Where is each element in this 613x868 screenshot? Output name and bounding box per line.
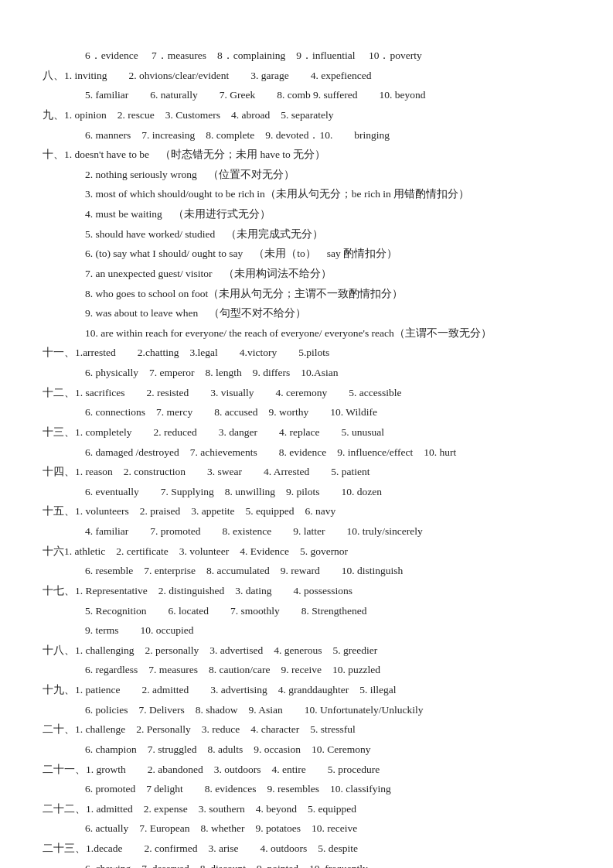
line: 6. policies 7. Delivers 8. shadow 9. Asi… (43, 701, 570, 719)
line: 5. familiar 6. naturally 7. Greek 8. com… (43, 86, 570, 104)
line: 二十、1. challenge 2. Personally 3. reduce … (43, 720, 570, 739)
line: 十八、1. challenging 2. personally 3. adver… (43, 641, 570, 660)
line: 4. familiar 7. promoted 8. existence 9. … (43, 522, 570, 541)
line: 6. resemble 7. enterprise 8. accumulated… (43, 562, 570, 580)
line: 十二、1. sacrifices 2. resisted 3. visually… (43, 384, 570, 402)
line: 十七、1. Representative 2. distinguished 3.… (43, 582, 570, 600)
line: 九、1. opinion 2. rescue 3. Customers 4. a… (43, 106, 570, 125)
line: 9. terms 10. occupied (43, 621, 570, 640)
line: 二十二、1. admitted 2. expense 3. southern 4… (43, 800, 570, 818)
line: 二十一、1. growth 2. abandoned 3. outdoors 4… (43, 760, 570, 779)
line: 十九、1. patience 2. admitted 3. advertisin… (43, 681, 570, 699)
line: 十、1. doesn't have to be （时态错无分；未用 have t… (43, 145, 570, 164)
line: 6. physically 7. emperor 8. length 9. di… (43, 364, 570, 382)
line: 6. damaged /destroyed 7. achievements 8.… (43, 443, 570, 462)
line: 9. was about to leave when （句型不对不给分） (43, 304, 570, 323)
line: 8. who goes to school on foot（未用从句无分；主谓不… (43, 285, 570, 303)
line: 6. manners 7. increasing 8. complete 9. … (43, 126, 570, 145)
line: 6. promoted 7 delight 8. evidences 9. re… (43, 780, 570, 798)
line: 6．evidence 7．measures 8．complaining 9．in… (43, 46, 570, 65)
line: 十五、1. volunteers 2. praised 3. appetite … (43, 502, 570, 521)
line: 6. actually 7. European 8. whether 9. po… (43, 819, 570, 838)
line: 6. (to) say what I should/ ought to say … (43, 244, 570, 263)
line: 十六1. athletic 2. certificate 3. voluntee… (43, 542, 570, 561)
main-content: 6．evidence 7．measures 8．complaining 9．in… (43, 46, 570, 868)
line: 10. are within reach for everyone/ the r… (43, 324, 570, 343)
line: 6. connections 7. mercy 8. accused 9. wo… (43, 403, 570, 422)
line: 十三、1. completely 2. reduced 3. danger 4.… (43, 423, 570, 442)
line: 6. regardless 7. measures 8. caution/car… (43, 661, 570, 679)
line: 6. champion 7. struggled 8. adults 9. oc… (43, 740, 570, 759)
line: 5. should have worked/ studied （未用完成式无分） (43, 225, 570, 244)
line: 八、1. inviting 2. ohvions/clear/evident 3… (43, 67, 570, 85)
line: 4. must be waiting （未用进行式无分） (43, 205, 570, 224)
line: 十一、1.arrested 2.chatting 3.legal 4.victo… (43, 343, 570, 362)
line: 7. an unexpected guest/ visitor （未用构词法不给… (43, 265, 570, 283)
line: 二十三、1.decade 2. confirmed 3. arise 4. ou… (43, 839, 570, 858)
line: 2. nothing seriously wrong （位置不对无分） (43, 166, 570, 184)
line: 十四、1. reason 2. construction 3. swear 4.… (43, 463, 570, 481)
line: 6. chewing 7. deserved 8. discount 9. po… (43, 859, 570, 868)
line: 5. Recognition 6. located 7. smoothly 8.… (43, 602, 570, 620)
line: 3. most of which should/ought to be rich… (43, 185, 570, 203)
line: 6. eventually 7. Supplying 8. unwilling … (43, 483, 570, 501)
